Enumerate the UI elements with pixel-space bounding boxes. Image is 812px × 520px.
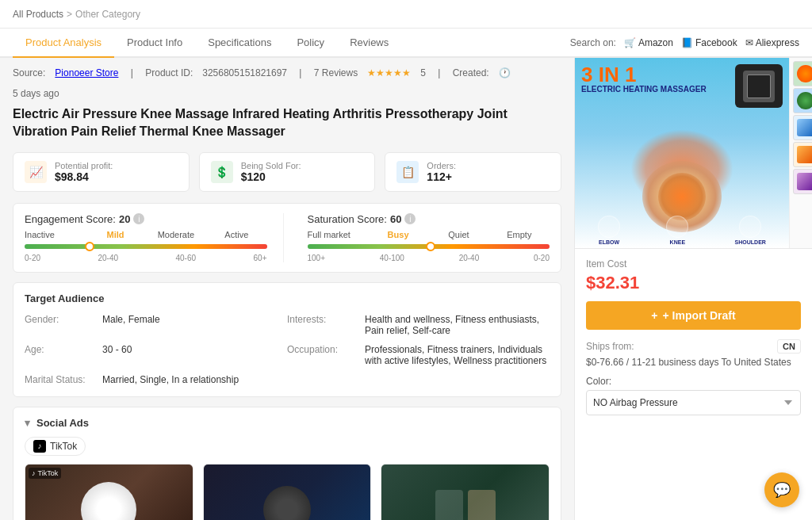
saturation-bar-container: Full market Busy Quiet Empty 100+ 40-100 (308, 230, 550, 262)
thumb-2[interactable] (793, 88, 812, 113)
sat-range-1: 40-100 (380, 254, 404, 262)
device-screen (743, 71, 775, 102)
social-ads-header[interactable]: ▾ Social Ads (25, 417, 550, 429)
knee-thumb (666, 216, 688, 238)
saturation-score: 60 (390, 213, 401, 225)
image-container: 3 IN 1 ELECTRIC HEATING MASSAGER (575, 58, 812, 249)
thumb-5[interactable] (793, 169, 812, 194)
thumb-3-icon (797, 119, 812, 136)
saturation-info-icon[interactable]: i (404, 213, 416, 224)
product-shape-2 (263, 486, 311, 520)
product-shape-1 (81, 482, 136, 520)
profit-value: $98.84 (55, 170, 113, 183)
saturation-bar-track (308, 244, 550, 249)
orders-label: Orders: (427, 161, 456, 170)
ships-from-label: Ships from: (586, 341, 634, 352)
tab-product-analysis[interactable]: Product Analysis (13, 29, 114, 58)
tab-policy[interactable]: Policy (284, 29, 337, 58)
tab-reviews[interactable]: Reviews (337, 29, 401, 58)
star-count: 5 (420, 67, 426, 78)
fab-button[interactable]: 💬 (764, 472, 799, 507)
engagement-bar-container: Inactive Mild Moderate Active 0-20 20-40 (25, 230, 267, 262)
aliexpress-link[interactable]: ✉ Aliexpress (745, 37, 799, 48)
thumb-1-icon (797, 65, 812, 82)
facebook-link[interactable]: 📘 Facebook (681, 37, 737, 48)
shoulder-text: SHOULDER (735, 239, 766, 245)
target-audience-title: Target Audience (25, 292, 550, 304)
range-20-40: 20-40 (98, 254, 118, 262)
sat-range-3: 0-20 (534, 254, 550, 262)
elbow-text: ELBOW (598, 239, 620, 245)
sat-range-2: 20-40 (459, 254, 480, 262)
tiktok-platform-badge[interactable]: ♪ TikTok (25, 437, 86, 456)
hero-electric-text: ELECTRIC HEATING MASSAGER (581, 85, 707, 94)
spacer-1 (586, 293, 801, 301)
thumb-3[interactable] (793, 115, 812, 140)
fab-icon: 💬 (773, 481, 791, 499)
created-clock-icon: 🕐 (499, 67, 511, 78)
ad-video-3: 🔊 ⛶ ⋯ (381, 465, 549, 520)
metric-profit-content: Potential profit: $98.84 (55, 161, 113, 183)
tab-specifications[interactable]: Specifications (195, 29, 284, 58)
thumb-4[interactable] (793, 142, 812, 167)
chart-icon: 📈 (25, 161, 47, 183)
breadcrumb-category: Other Category (75, 9, 140, 20)
breadcrumb-all-products[interactable]: All Products (13, 9, 63, 20)
engagement-info-icon[interactable]: i (133, 213, 144, 224)
metric-sold-content: Being Sold For: $120 (241, 161, 301, 183)
thumb-1[interactable] (793, 61, 812, 86)
figure-1 (435, 490, 463, 520)
aliexpress-icon: ✉ (745, 37, 753, 48)
search-on-label: Search on: (570, 37, 616, 48)
color-dropdown[interactable]: NO Airbag Pressure (586, 390, 801, 415)
scores-section: Engagement Score: 20 i Inactive Mild Mod… (13, 203, 561, 273)
shipping-dest-text: To United States (722, 357, 791, 368)
hero-shoulder-label: SHOULDER (735, 216, 766, 245)
cat-active: Active (206, 230, 266, 239)
product-id: 3256805151821697 (202, 67, 287, 78)
ads-grid: ♪TikTok 🔊 ⛶ ⋯ (25, 464, 550, 520)
tab-product-info[interactable]: Product Info (114, 29, 195, 58)
amazon-link[interactable]: 🛒 Amazon (624, 37, 673, 48)
saturation-range-labels: 100+ 40-100 20-40 0-20 (308, 254, 550, 262)
scores-container: Engagement Score: 20 i Inactive Mild Mod… (25, 213, 550, 262)
created-date: 5 days ago (13, 88, 59, 99)
cat-inactive: Inactive (25, 230, 85, 239)
interests-row: Interests: Health and wellness, Fitness … (287, 312, 550, 338)
tiktok-logo: ♪ (33, 440, 46, 453)
product-title: Electric Air Pressure Knee Massage Infra… (13, 105, 561, 141)
right-panel: 3 IN 1 ELECTRIC HEATING MASSAGER (574, 58, 812, 520)
hero-knee-label: KNEE (666, 216, 688, 245)
facebook-icon: 📘 (681, 37, 693, 48)
engagement-label: Engagement Score: 20 i (25, 213, 267, 225)
tiktok-watermark-1: ♪TikTok (29, 468, 61, 479)
import-btn-label: + Import Draft (663, 309, 736, 322)
engagement-score: 20 (119, 213, 130, 225)
import-plus-icon: + (651, 309, 657, 322)
ad-product-visual-1 (78, 479, 140, 520)
engagement-block: Engagement Score: 20 i Inactive Mild Mod… (25, 213, 267, 262)
marital-label: Marital Status: (25, 374, 96, 385)
marital-row: Marital Status: Married, Single, In a re… (25, 373, 287, 387)
social-ads-title: Social Ads (36, 417, 89, 429)
tabs-container: Product Analysis Product Info Specificat… (13, 29, 401, 56)
main-layout: Source: Pionoeer Store | Product ID: 325… (0, 58, 812, 520)
occupation-label: Occupation: (287, 344, 358, 355)
metric-sold-for: 💲 Being Sold For: $120 (199, 152, 376, 192)
star-rating: ★★★★★ (367, 67, 411, 78)
hero-device-display (735, 64, 783, 108)
profit-label: Potential profit: (55, 161, 113, 170)
occupation-row: Occupation: Professionals, Fitness train… (287, 342, 550, 368)
device-inner (747, 75, 771, 98)
ad-card-3: 🔊 ⛶ ⋯ See Original Ad (381, 464, 550, 520)
import-draft-button[interactable]: + + Import Draft (586, 301, 801, 330)
knee-text: KNEE (666, 239, 688, 245)
hero-3in1-text: 3 IN 1 (581, 64, 707, 85)
sold-value: $120 (241, 170, 301, 183)
figure-2 (468, 490, 496, 520)
gender-label: Gender: (25, 314, 96, 325)
store-link[interactable]: Pionoeer Store (55, 67, 118, 78)
sat-range-0: 100+ (308, 254, 326, 262)
range-0-20: 0-20 (25, 254, 40, 262)
shipping-info: $0-76.66 / 11-21 business days To United… (586, 357, 801, 368)
